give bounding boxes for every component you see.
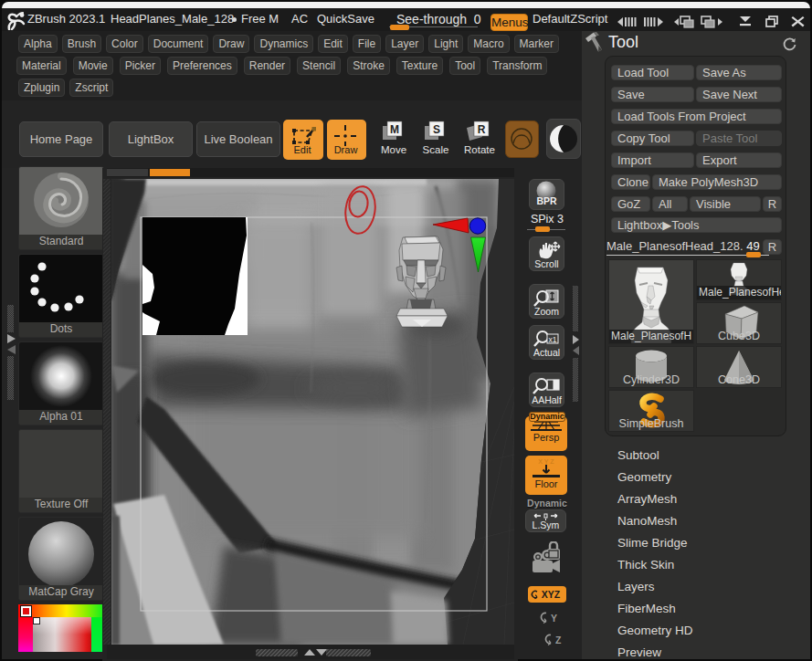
svg-text:Persp: Persp bbox=[533, 432, 560, 443]
svg-text:Actual: Actual bbox=[533, 347, 560, 358]
svg-text:Move: Move bbox=[381, 144, 406, 155]
svg-text:Rotate: Rotate bbox=[464, 144, 495, 155]
svg-text:x1: x1 bbox=[549, 335, 557, 344]
svg-text:Y: Y bbox=[551, 613, 557, 624]
svg-text:Zoom: Zoom bbox=[534, 306, 559, 317]
svg-text:L.Sym: L.Sym bbox=[533, 519, 560, 530]
svg-text:Scroll: Scroll bbox=[534, 258, 558, 269]
svg-text:Scale: Scale bbox=[423, 144, 449, 155]
svg-text:Z: Z bbox=[555, 635, 562, 645]
svg-text:M: M bbox=[390, 123, 399, 136]
svg-text:Draw: Draw bbox=[334, 144, 358, 155]
svg-text:BPR: BPR bbox=[536, 195, 557, 206]
svg-text:S: S bbox=[433, 123, 440, 136]
svg-text:X Y Z: X Y Z bbox=[538, 458, 554, 465]
svg-text:XYZ: XYZ bbox=[542, 589, 561, 600]
svg-text:Edit: Edit bbox=[294, 144, 311, 155]
svg-text:Floor: Floor bbox=[534, 478, 557, 489]
svg-text:AAHalf: AAHalf bbox=[532, 394, 562, 405]
svg-text:R: R bbox=[478, 123, 486, 136]
